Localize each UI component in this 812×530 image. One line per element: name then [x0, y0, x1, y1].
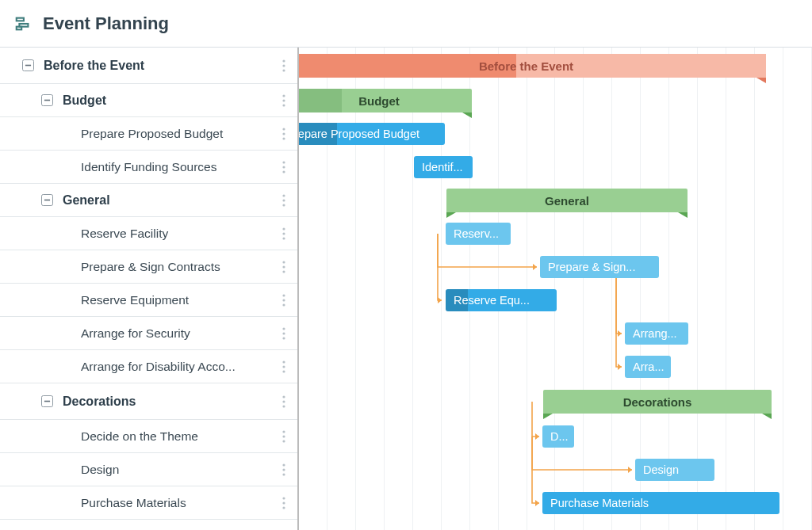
task-bar-label: Reserv... — [454, 227, 499, 240]
row-menu-icon[interactable] — [277, 151, 291, 183]
task-bar[interactable]: D... — [542, 425, 574, 448]
svg-point-30 — [282, 327, 285, 330]
svg-point-35 — [282, 370, 285, 372]
task-bar[interactable]: Prepare & Sign... — [540, 256, 659, 278]
collapse-toggle[interactable] — [22, 59, 34, 71]
task-row-t_accessibility[interactable]: Arrange for Disability Acco... — [0, 350, 297, 383]
task-bar-label: repare Proposed Budget — [299, 128, 419, 140]
row-menu-icon[interactable] — [277, 284, 291, 316]
collapse-toggle[interactable] — [41, 395, 53, 407]
task-row-grp_budget[interactable]: Budget — [0, 84, 297, 117]
row-menu-icon[interactable] — [277, 184, 291, 216]
svg-point-14 — [282, 161, 285, 163]
task-row-phase0[interactable]: Before the Event — [0, 48, 297, 84]
svg-point-5 — [282, 64, 285, 67]
task-bar-label: Purchase Materials — [550, 497, 649, 509]
task-label: General — [63, 193, 277, 208]
svg-point-23 — [282, 237, 285, 239]
row-menu-icon[interactable] — [277, 486, 291, 519]
gantt-chart[interactable]: Before the EventBudgetrepare Proposed Bu… — [299, 48, 812, 530]
svg-point-18 — [282, 194, 285, 196]
row-menu-icon[interactable] — [277, 350, 291, 383]
task-row-t_purchase[interactable]: Purchase Materials — [0, 486, 297, 520]
svg-point-34 — [282, 365, 285, 368]
task-bar-label: Reserve Equ... — [454, 294, 530, 307]
task-bar[interactable]: Reserve Equ... — [446, 289, 557, 311]
group-bar[interactable]: Decorations — [543, 390, 772, 414]
task-label: Reserve Equipment — [81, 293, 277, 307]
collapse-toggle[interactable] — [41, 94, 53, 106]
bars-layer: Before the EventBudgetrepare Proposed Bu… — [299, 48, 812, 530]
page-title: Event Planning — [43, 13, 169, 34]
task-bar[interactable]: Arrang... — [625, 322, 688, 345]
group-bar[interactable]: General — [446, 189, 688, 212]
svg-point-37 — [282, 395, 285, 398]
task-bar[interactable]: Arra... — [625, 356, 671, 378]
task-bar-label: Identif... — [422, 161, 463, 173]
group-bar[interactable]: Budget — [299, 89, 472, 112]
header: Event Planning — [0, 0, 812, 48]
task-row-t_prepare_budget[interactable]: Prepare Proposed Budget — [0, 117, 297, 151]
row-menu-icon[interactable] — [277, 383, 291, 419]
task-bar[interactable]: Identif... — [414, 156, 473, 178]
group-bar-label: Decorations — [623, 395, 692, 409]
svg-point-24 — [282, 261, 285, 263]
svg-point-20 — [282, 204, 285, 206]
task-label: Decorations — [63, 395, 277, 409]
task-row-grp_general[interactable]: General — [0, 184, 297, 217]
task-list-sidebar: Before the EventBudgetPrepare Proposed B… — [0, 48, 299, 530]
svg-point-13 — [282, 137, 285, 139]
row-menu-icon[interactable] — [277, 317, 291, 349]
row-menu-icon[interactable] — [277, 453, 291, 486]
task-label: Decide on the Theme — [81, 429, 277, 444]
task-row-t_reserve_facility[interactable]: Reserve Facility — [0, 217, 297, 250]
row-menu-icon[interactable] — [277, 250, 291, 283]
svg-point-8 — [282, 94, 285, 97]
task-bar[interactable]: Design — [635, 459, 714, 481]
task-row-t_security[interactable]: Arrange for Security — [0, 317, 297, 350]
row-menu-icon[interactable] — [277, 84, 291, 116]
svg-point-16 — [282, 170, 285, 173]
task-label: Arrange for Security — [81, 326, 277, 341]
row-menu-icon[interactable] — [277, 217, 291, 250]
svg-point-10 — [282, 104, 285, 106]
task-label: Arrange for Disability Acco... — [81, 360, 277, 374]
task-row-t_theme[interactable]: Decide on the Theme — [0, 420, 297, 453]
task-label: Prepare Proposed Budget — [81, 127, 277, 141]
task-row-grp_decorations[interactable]: Decorations — [0, 383, 297, 420]
row-menu-icon[interactable] — [277, 48, 291, 83]
svg-point-31 — [282, 332, 285, 334]
task-row-t_design[interactable]: Design — [0, 453, 297, 486]
svg-point-11 — [282, 128, 285, 130]
svg-point-29 — [282, 303, 285, 306]
row-menu-icon[interactable] — [277, 117, 291, 150]
task-bar-label: Design — [643, 463, 679, 476]
task-bar-label: D... — [550, 430, 569, 443]
task-bar[interactable]: repare Proposed Budget — [299, 123, 445, 145]
svg-point-6 — [282, 69, 285, 71]
task-row-t_reserve_equipment[interactable]: Reserve Equipment — [0, 284, 297, 317]
task-bar[interactable]: Purchase Materials — [542, 492, 779, 514]
task-label: Budget — [63, 93, 277, 108]
gantt-icon — [14, 15, 32, 32]
svg-point-27 — [282, 294, 285, 296]
task-label: Purchase Materials — [81, 496, 277, 510]
task-label: Reserve Facility — [81, 227, 277, 241]
svg-point-12 — [282, 132, 285, 135]
task-row-t_contracts[interactable]: Prepare & Sign Contracts — [0, 250, 297, 284]
app-root: Event Planning Before the EventBudgetPre… — [0, 0, 812, 530]
svg-point-44 — [282, 468, 285, 471]
collapse-toggle[interactable] — [41, 194, 53, 206]
row-menu-icon[interactable] — [277, 420, 291, 452]
svg-point-48 — [282, 506, 285, 509]
task-row-t_identify_funding[interactable]: Identify Funding Sources — [0, 151, 297, 184]
svg-point-9 — [282, 99, 285, 101]
svg-rect-2 — [17, 26, 21, 29]
phase-bar[interactable]: Before the Event — [299, 54, 766, 78]
group-bar-label: Budget — [358, 94, 400, 108]
phase-bar-label: Before the Event — [479, 59, 573, 73]
task-label: Design — [81, 463, 277, 477]
task-bar-label: Arrang... — [633, 327, 677, 340]
task-bar[interactable]: Reserv... — [446, 223, 511, 245]
svg-point-25 — [282, 265, 285, 268]
